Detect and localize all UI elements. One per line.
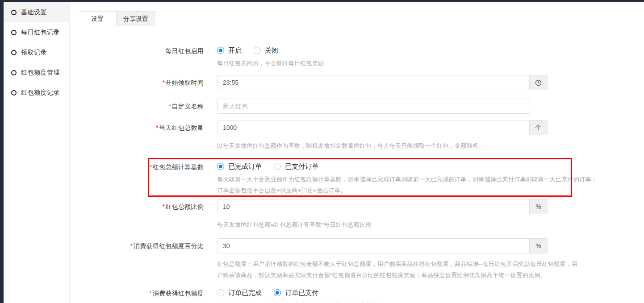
field-label-custom-name: *自定义名称 xyxy=(70,99,204,114)
helper-line: 每天取前一天平台营业额作为红包总额计算基数，如果选择已完成订单则取前一天已完成的… xyxy=(217,174,597,185)
field-control-total-amount-calc-base: 已完成订单已支付订单每天取前一天平台营业额作为红包总额计算基数，如果选择已完成订… xyxy=(217,162,597,196)
field-label-text: 自定义名称 xyxy=(172,103,204,110)
circle-icon xyxy=(11,10,17,15)
circle-icon xyxy=(11,50,17,55)
daily-redpacket-total-count-input[interactable] xyxy=(217,120,530,135)
input-group-start-receive-time xyxy=(217,75,548,90)
helper-text-total-amount-ratio: 每天发放的红包总额=红包总额计算基数*每日红包总额比例 xyxy=(217,219,548,230)
radio-circle-icon xyxy=(274,163,281,170)
custom-name-input[interactable] xyxy=(217,99,530,114)
helper-text-consume-quota-status: 获取红包额度：用户购买商品产生的红包额度与订单状态关联 xyxy=(217,300,377,303)
start-receive-time-input[interactable] xyxy=(217,75,530,90)
sidebar-item-0[interactable]: 基础设置 xyxy=(4,2,69,22)
sidebar-item-label: 红包额度记录 xyxy=(21,89,60,97)
sidebar-item-1[interactable]: 每日红包记录 xyxy=(4,22,69,42)
radio-option-label: 开启 xyxy=(228,46,242,55)
radio-group-daily-redpacket-enable: 开启关闭 xyxy=(217,46,324,55)
field-control-daily-redpacket-enable: 开启关闭每日红包关闭后，不会获得每日红包奖励 xyxy=(217,46,324,69)
field-control-start-receive-time xyxy=(217,75,548,90)
required-asterisk: * xyxy=(130,242,133,249)
radio-circle-icon xyxy=(217,163,224,170)
sidebar-item-3[interactable]: 红包额度管理 xyxy=(4,62,69,83)
helper-line: 以每天发放的红包总额作为基数，随机发放指定数量的红包，每人每天只能领取一个红包，… xyxy=(217,140,548,151)
field-control-consume-quota-percent: %红包总额度：用户累计领取的红包金额不能大于红包总额度，用户购买商品获得红包额度… xyxy=(217,238,577,281)
radio-group-consume-quota-status: 订单已完成订单已支付 xyxy=(217,288,377,297)
form-row-daily-redpacket-enable: 每日红包启用开启关闭每日红包关闭后，不会获得每日红包奖励 xyxy=(70,46,644,69)
input-group-custom-name xyxy=(217,99,530,114)
required-asterisk: * xyxy=(156,124,159,131)
helper-line: 红包总额度：用户累计领取的红包金额不能大于红包总额度，用户购买商品获得红包额度，… xyxy=(217,258,577,270)
radio-circle-icon xyxy=(254,47,261,54)
radio-option-label: 订单已完成 xyxy=(228,289,262,297)
field-label-total-amount-ratio: *红包总额比例 xyxy=(70,199,204,230)
radio-circle-icon xyxy=(217,289,224,296)
helper-text-daily-redpacket-enable: 每日红包关闭后，不会获得每日红包奖励 xyxy=(217,58,324,69)
required-asterisk: * xyxy=(150,163,152,170)
helper-line: 每天发放的红包总额=红包总额计算基数*每日红包总额比例 xyxy=(217,219,548,230)
field-label-text: 红包总额比例 xyxy=(165,203,204,210)
field-label-consume-quota-status: *消费获得红包额度 xyxy=(70,288,204,303)
field-control-daily-redpacket-total-count: 个以每天发放的红包总额作为基数，随机发放指定数量的红包，每人每天只能领取一个红包… xyxy=(217,120,548,151)
radio-option-daily-redpacket-enable-0[interactable]: 开启 xyxy=(217,46,242,55)
required-asterisk: * xyxy=(150,290,152,297)
unit-addon-daily-redpacket-total-count: 个 xyxy=(530,120,548,135)
settings-form: 每日红包启用开启关闭每日红包关闭后，不会获得每日红包奖励*开始领取时间*自定义名… xyxy=(70,46,644,303)
form-row-custom-name: *自定义名称 xyxy=(70,99,644,114)
field-label-text: 消费获得红包额度百分比 xyxy=(134,242,204,249)
required-asterisk: * xyxy=(162,203,165,210)
circle-icon xyxy=(11,70,17,75)
radio-option-label: 订单已支付 xyxy=(285,289,318,297)
helper-line: 订单金额包括平台自营+供应商+门店+酒店订单。 xyxy=(217,185,597,196)
field-label-text: 当天红包总数量 xyxy=(159,124,204,131)
radio-option-total-amount-calc-base-0[interactable]: 已完成订单 xyxy=(217,162,262,171)
radio-circle-icon xyxy=(274,289,281,296)
field-label-text: 每日红包启用 xyxy=(165,47,204,54)
radio-option-consume-quota-status-0[interactable]: 订单已完成 xyxy=(217,289,262,297)
app-frame-left-edge xyxy=(0,0,4,303)
sidebar-item-label: 每日红包记录 xyxy=(21,29,60,37)
consume-quota-percent-input[interactable] xyxy=(217,238,530,253)
circle-icon xyxy=(11,30,17,35)
tab-inactive-1[interactable]: 分享设置 xyxy=(116,12,155,26)
sidebar: 基础设置每日红包记录领取记录红包额度管理红包额度记录 xyxy=(4,2,70,303)
field-control-custom-name xyxy=(217,99,530,114)
input-group-total-amount-ratio: % xyxy=(217,199,548,214)
radio-option-label: 已完成订单 xyxy=(228,162,262,171)
total-amount-ratio-input[interactable] xyxy=(217,199,530,214)
radio-option-total-amount-calc-base-1[interactable]: 已支付订单 xyxy=(274,162,318,171)
form-row-daily-redpacket-total-count: *当天红包总数量个以每天发放的红包总额作为基数，随机发放指定数量的红包，每人每天… xyxy=(70,120,644,151)
form-row-consume-quota-percent: *消费获得红包额度百分比%红包总额度：用户累计领取的红包金额不能大于红包总额度，… xyxy=(70,238,644,281)
radio-option-daily-redpacket-enable-1[interactable]: 关闭 xyxy=(254,46,278,55)
field-label-text: 开始领取时间 xyxy=(165,79,204,86)
radio-group-total-amount-calc-base: 已完成订单已支付订单 xyxy=(217,162,597,171)
radio-option-label: 关闭 xyxy=(265,46,278,55)
sidebar-item-4[interactable]: 红包额度记录 xyxy=(4,83,69,103)
field-label-consume-quota-percent: *消费获得红包额度百分比 xyxy=(70,238,204,281)
radio-option-consume-quota-status-1[interactable]: 订单已支付 xyxy=(274,289,318,297)
sidebar-item-2[interactable]: 领取记录 xyxy=(4,42,69,62)
sidebar-item-label: 领取记录 xyxy=(21,49,47,57)
app-frame-top-edge xyxy=(0,0,644,2)
helper-line: 户购买该商品，默认奖励商品实际支付金额*红包额度百分比的红包额度奖励；商品独立设… xyxy=(217,270,577,281)
input-group-daily-redpacket-total-count: 个 xyxy=(217,120,548,135)
form-row-total-amount-ratio: *红包总额比例%每天发放的红包总额=红包总额计算基数*每日红包总额比例 xyxy=(70,199,644,230)
input-group-consume-quota-percent: % xyxy=(217,238,577,253)
helper-line: 每日红包关闭后，不会获得每日红包奖励 xyxy=(217,58,324,69)
field-control-consume-quota-status: 订单已完成订单已支付获取红包额度：用户购买商品产生的红包额度与订单状态关联 xyxy=(217,288,377,303)
field-control-total-amount-ratio: %每天发放的红包总额=红包总额计算基数*每日红包总额比例 xyxy=(217,199,548,230)
radio-circle-icon xyxy=(217,47,224,54)
sidebar-item-label: 红包额度管理 xyxy=(21,69,60,77)
required-asterisk: * xyxy=(169,103,171,110)
helper-text-total-amount-calc-base: 每天取前一天平台营业额作为红包总额计算基数，如果选择已完成订单则取前一天已完成的… xyxy=(217,174,597,196)
field-label-daily-redpacket-total-count: *当天红包总数量 xyxy=(70,120,204,151)
clock-icon[interactable] xyxy=(530,75,548,90)
circle-icon xyxy=(11,90,17,95)
radio-option-label: 已支付订单 xyxy=(285,162,318,171)
tab-active-0[interactable]: 设置 xyxy=(79,12,116,26)
main-content: 设置分享设置 每日红包启用开启关闭每日红包关闭后，不会获得每日红包奖励*开始领取… xyxy=(70,2,644,303)
field-label-text: 消费获得红包额度 xyxy=(153,290,204,297)
form-row-total-amount-calc-base: *红包总额计算基数已完成订单已支付订单每天取前一天平台营业额作为红包总额计算基数… xyxy=(70,162,644,196)
helper-line: 获取红包额度：用户购买商品产生的红包额度与订单状态关联 xyxy=(217,300,377,303)
field-label-total-amount-calc-base: *红包总额计算基数 xyxy=(70,162,204,196)
field-label-text: 红包总额计算基数 xyxy=(153,163,204,170)
